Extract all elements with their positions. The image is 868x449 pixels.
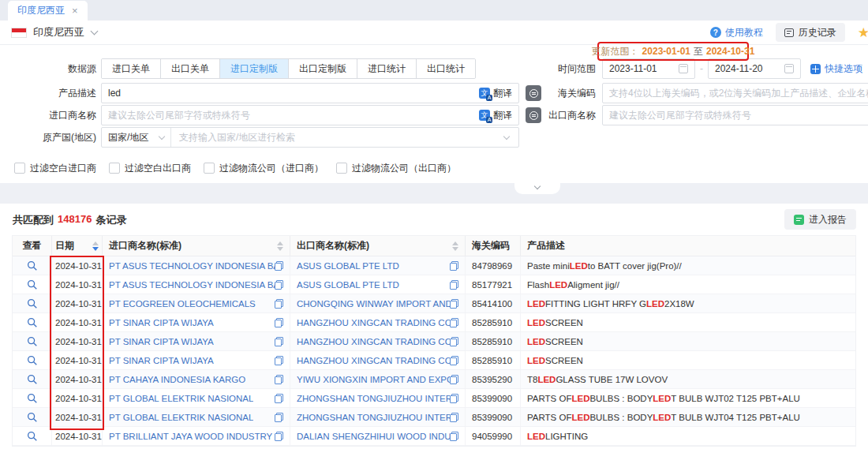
chevron-down-icon[interactable] [503, 133, 510, 140]
copy-icon[interactable] [450, 432, 458, 441]
importer-link[interactable]: PT GLOBAL ELEKTRIK NASIONAL [109, 394, 253, 403]
date-value: 2024-10-31 [55, 394, 102, 403]
checkbox-icon[interactable] [14, 163, 25, 174]
date-start-input[interactable]: 2023-11-01 [602, 58, 695, 79]
copy-icon[interactable] [450, 337, 458, 346]
exporter-link[interactable]: HANGZHOU XINGCAN TRADING CO LTD [297, 337, 450, 346]
copy-icon[interactable] [450, 318, 458, 327]
date-cell: 2024-10-31 [52, 427, 103, 445]
filter-checkbox-3[interactable]: 过滤物流公司（进口商） [204, 162, 324, 175]
tutorial-link[interactable]: ? 使用教程 [710, 26, 763, 39]
copy-icon[interactable] [275, 337, 283, 346]
search-icon[interactable] [27, 279, 38, 290]
copy-icon[interactable] [275, 356, 283, 365]
collapse-panel-button[interactable] [514, 183, 560, 194]
filter-checkbox-1[interactable]: 过滤空白进口商 [14, 162, 96, 175]
source-tab-6[interactable]: 出口统计 [417, 59, 475, 78]
copy-icon[interactable] [450, 261, 458, 271]
source-tab-1[interactable]: 进口关单 [102, 59, 161, 78]
importer-link[interactable]: PT ASUS TECHNOLOGY INDONESIA BA... [109, 280, 275, 290]
origin-country-select[interactable]: 国家/地区 [102, 128, 171, 147]
exporter-link[interactable]: ZHONGSHAN TONGJIUZHOU INTERNA... [297, 413, 450, 422]
hs-code-cell: 85414100 [466, 294, 521, 312]
exporter-cell: ASUS GLOBAL PTE LTD [290, 275, 466, 294]
search-icon[interactable] [27, 260, 38, 271]
search-icon[interactable] [27, 298, 38, 309]
product-desc-input[interactable] [108, 88, 479, 99]
close-icon[interactable]: × [72, 6, 78, 16]
exporter-link[interactable]: ZHONGSHAN TONGJIUZHOU INTERNA... [297, 394, 450, 403]
importer-input[interactable] [108, 110, 479, 121]
importer-link[interactable]: PT SINAR CIPTA WIJAYA [109, 356, 214, 365]
importer-link[interactable]: PT ECOGREEN OLEOCHEMICALS [109, 299, 256, 309]
hs-code-cell: 85399090 [466, 389, 521, 407]
exporter-link[interactable]: ASUS GLOBAL PTE LTD [297, 261, 399, 271]
checkbox-icon[interactable] [109, 163, 120, 174]
copy-icon[interactable] [450, 299, 458, 309]
search-icon[interactable] [27, 393, 38, 404]
exporter-input[interactable] [609, 110, 868, 121]
copy-icon[interactable] [275, 261, 283, 271]
source-tab-2[interactable]: 出口关单 [161, 59, 220, 78]
exporter-link[interactable]: DALIAN SHENGZHIHUI WOOD INDUST... [297, 432, 450, 441]
history-button[interactable]: 历史记录 [776, 23, 845, 42]
copy-icon[interactable] [450, 375, 458, 384]
enter-report-button[interactable]: 进入报告 [784, 209, 856, 230]
search-icon[interactable] [27, 431, 38, 442]
search-icon[interactable] [27, 412, 38, 423]
source-tab-3[interactable]: 进口定制版 [220, 59, 289, 78]
importer-link[interactable]: PT SINAR CIPTA WIJAYA [109, 318, 214, 327]
filter-checkbox-2[interactable]: 过滤空白出口商 [109, 162, 191, 175]
star-icon[interactable]: ★ [858, 24, 868, 41]
chevron-down-icon[interactable] [91, 27, 99, 35]
copy-icon[interactable] [275, 394, 283, 403]
copy-icon[interactable] [275, 318, 283, 327]
copy-icon[interactable] [275, 280, 283, 290]
importer-link[interactable]: PT CAHAYA INDONESIA KARGO [109, 375, 245, 384]
column-header-4[interactable]: 出口商名称(标准) [290, 236, 466, 256]
date-end-input[interactable]: 2024-11-20 [708, 58, 801, 79]
tab-indonesia[interactable]: 印度尼西亚 × [8, 1, 88, 21]
importer-link[interactable]: PT SINAR CIPTA WIJAYA [109, 337, 214, 346]
sort-caret-icon[interactable] [447, 241, 458, 251]
source-tab-5[interactable]: 进口统计 [357, 59, 417, 78]
copy-icon[interactable] [450, 413, 458, 422]
date-end-value: 2024-11-20 [715, 63, 763, 74]
report-icon [794, 215, 804, 225]
exporter-link[interactable]: HANGZHOU XINGCAN TRADING CO LTD [297, 356, 450, 365]
country-selector-label[interactable]: 印度尼西亚 [33, 25, 84, 39]
search-icon[interactable] [27, 317, 38, 328]
checkbox-icon[interactable] [336, 163, 347, 174]
copy-icon[interactable] [450, 280, 458, 290]
sort-caret-icon[interactable] [88, 241, 99, 251]
importer-link[interactable]: PT ASUS TECHNOLOGY INDONESIA BA... [109, 261, 275, 271]
product-desc-cell: PARTS OF LED BULBS : BODY LED T BULB WJT… [521, 408, 855, 426]
exporter-link[interactable]: CHONGQING WINWAY IMPORT AND E... [297, 299, 450, 309]
sort-caret-icon[interactable] [272, 241, 283, 251]
date-value: 2024-10-31 [55, 356, 102, 365]
search-icon[interactable] [27, 336, 38, 347]
importer-link[interactable]: PT GLOBAL ELEKTRIK NASIONAL [109, 413, 253, 422]
copy-icon[interactable] [275, 413, 283, 422]
date-value: 2024-10-31 [55, 413, 102, 422]
origin-search-placeholder[interactable]: 支持输入国家/地区进行检索 [179, 131, 295, 144]
search-icon[interactable] [27, 374, 38, 385]
filter-checkbox-4[interactable]: 过滤物流公司（出口商） [336, 162, 456, 175]
copy-icon[interactable] [275, 432, 283, 441]
column-header-2[interactable]: 日期 [52, 236, 103, 256]
copy-icon[interactable] [450, 356, 458, 365]
exporter-link[interactable]: HANGZHOU XINGCAN TRADING CO LTD [297, 318, 450, 327]
copy-icon[interactable] [275, 299, 283, 309]
search-icon[interactable] [27, 355, 38, 366]
importer-link[interactable]: PT BRILLIANT JAYA WOOD INDUSTRY [109, 432, 272, 441]
checkbox-icon[interactable] [204, 163, 215, 174]
quick-options-link[interactable]: 快捷选项 [810, 62, 862, 76]
hs-code-input[interactable] [609, 88, 868, 99]
copy-icon[interactable] [275, 375, 283, 384]
copy-icon[interactable] [450, 394, 458, 403]
exporter-link[interactable]: YIWU XIONGXIN IMPORT AND EXPORT... [297, 375, 450, 384]
column-header-3[interactable]: 进口商名称(标准) [103, 236, 290, 256]
exporter-link[interactable]: ASUS GLOBAL PTE LTD [297, 280, 399, 290]
origin-field: 国家/地区 支持输入国家/地区进行检索 [101, 127, 519, 148]
source-tab-4[interactable]: 出口定制版 [289, 59, 357, 78]
